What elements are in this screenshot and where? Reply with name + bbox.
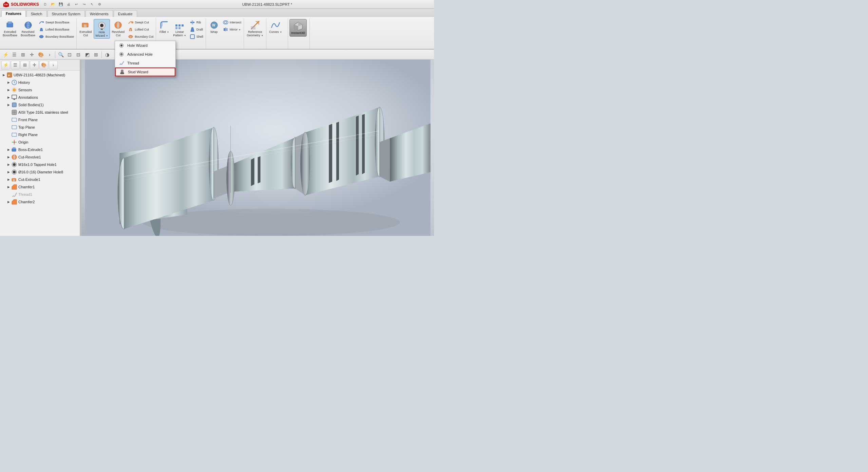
top-plane-icon — [11, 124, 18, 131]
tree-cut-revolve1[interactable]: ▶ Cut-Revolve1 — [0, 153, 81, 161]
section-view-icon[interactable]: ⊞ — [92, 51, 100, 59]
tree-front-plane[interactable]: ▶ Front Plane — [0, 116, 81, 124]
linear-pattern-button[interactable]: LinearPattern ▼ — [172, 19, 187, 38]
intersect-button[interactable]: Intersect — [222, 19, 243, 26]
tree-root-item[interactable]: ▶ P UBW-21161-48823 (Machined) — [0, 71, 81, 79]
boundary-boss-icon — [38, 34, 44, 40]
boundary-cut-button[interactable]: Boundary Cut — [127, 33, 154, 40]
cut-extrude1-expander[interactable]: ▶ — [6, 177, 11, 182]
instant3d-button[interactable]: Instant3D — [289, 19, 307, 37]
redo-icon[interactable]: ↪ — [81, 1, 88, 8]
extruded-cut-button[interactable]: ExtrudedCut — [78, 19, 93, 38]
panel-resize-handle[interactable] — [80, 60, 81, 236]
chamfer1-expander[interactable]: ▶ — [6, 185, 11, 189]
root-expander[interactable]: ▶ — [1, 73, 6, 77]
hole-wizard-button[interactable]: HoleWizard ▼ — [94, 19, 110, 39]
tab-structure-system[interactable]: Structure System — [48, 10, 85, 17]
list-view-icon[interactable]: ☰ — [10, 51, 18, 59]
tree-boss-extrude1[interactable]: ▶ Boss-Extrude1 — [0, 146, 81, 153]
options-icon[interactable]: ⚙ — [96, 1, 103, 8]
tree-annotations[interactable]: ▶ Annotations — [0, 94, 81, 101]
origin-icon — [11, 139, 18, 146]
annotations-expander[interactable]: ▶ — [6, 95, 11, 100]
extruded-boss-button[interactable]: ExtrudedBoss/Base — [1, 19, 19, 38]
tab-weldments[interactable]: Weldments — [86, 10, 113, 17]
fillet-button[interactable]: Fillet ▼ — [157, 19, 171, 35]
print-icon[interactable]: 🖨 — [65, 1, 72, 8]
boundary-boss-button[interactable]: Boundary Boss/Base — [37, 33, 75, 40]
solid-bodies-expander[interactable]: ▶ — [6, 102, 11, 107]
view-3d-icon[interactable]: ◩ — [83, 51, 91, 59]
svg-rect-21 — [130, 29, 131, 31]
svg-point-18 — [117, 22, 119, 29]
panel-expand-icon[interactable]: › — [49, 61, 58, 70]
tree-thread1[interactable]: ▶ Thread1 — [0, 191, 81, 198]
sensors-expander[interactable]: ▶ — [6, 88, 11, 92]
revolved-boss-button[interactable]: RevolvedBoss/Base — [19, 19, 37, 38]
view-fit-icon[interactable]: ⊡ — [65, 51, 74, 59]
swept-cut-button[interactable]: Swept Cut — [127, 19, 154, 26]
tab-evaluate[interactable]: Evaluate — [114, 10, 137, 17]
tree-top-plane[interactable]: ▶ Top Plane — [0, 124, 81, 131]
tree-right-plane[interactable]: ▶ Right Plane — [0, 131, 81, 138]
thumbnail-icon[interactable]: ⊞ — [19, 51, 27, 59]
select-icon[interactable]: ↖ — [89, 1, 95, 8]
viewport[interactable] — [81, 60, 434, 236]
advanced-hole-menu-item[interactable]: Advanced Hole — [115, 50, 175, 59]
lofted-boss-button[interactable]: Lofted Boss/Base — [37, 26, 75, 33]
display-mode-icon[interactable]: ◑ — [103, 51, 111, 59]
cut-revolve1-expander[interactable]: ▶ — [6, 155, 11, 159]
tree-cut-extrude1[interactable]: ▶ Cut-Extrude1 — [0, 176, 81, 183]
panel-thumbnail-icon[interactable]: ⊞ — [20, 61, 29, 70]
curves-content: Curves ▼ — [268, 18, 286, 49]
save-icon[interactable]: 💾 — [57, 1, 64, 8]
crosshair-icon[interactable]: ✛ — [28, 51, 36, 59]
tree-origin[interactable]: ▶ Origin — [0, 138, 81, 146]
mirror-button[interactable]: Mirror ▼ — [222, 26, 243, 33]
svg-rect-59 — [12, 118, 17, 121]
revolved-cut-button[interactable]: RevolvedCut — [111, 19, 126, 38]
panel-filter-icon[interactable]: ⚡ — [1, 61, 10, 70]
tree-chamfer2[interactable]: ▶ Chamfer2 — [0, 198, 81, 206]
view-search-icon[interactable]: 🔍 — [57, 51, 65, 59]
thread-menu-item[interactable]: Thread — [115, 59, 175, 68]
tab-sketch[interactable]: Sketch — [26, 10, 47, 17]
swept-boss-button[interactable]: Swept Boss/Base — [37, 19, 75, 26]
tab-features[interactable]: Features — [1, 10, 26, 17]
svg-rect-42 — [251, 26, 255, 29]
panel-list-icon[interactable]: ☰ — [11, 61, 20, 70]
tree-history[interactable]: ▶ History — [0, 79, 81, 86]
svg-rect-16 — [101, 29, 103, 30]
tree-solid-bodies[interactable]: ▶ Solid Bodies(1) — [0, 101, 81, 109]
new-icon[interactable]: 🗋 — [42, 1, 49, 8]
filter-icon[interactable]: ⚡ — [1, 51, 10, 59]
undo-icon[interactable]: ↩ — [73, 1, 80, 8]
tree-material[interactable]: ▶ AISI Type 316L stainless steel — [0, 109, 81, 116]
tapped-hole1-expander[interactable]: ▶ — [6, 162, 11, 167]
draft-button[interactable]: Draft — [188, 26, 204, 33]
history-expander[interactable]: ▶ — [6, 80, 11, 85]
chamfer2-expander[interactable]: ▶ — [6, 200, 11, 204]
rib-button[interactable]: Rib — [188, 19, 204, 26]
tree-chamfer1[interactable]: ▶ Chamfer1 — [0, 183, 81, 191]
tree-tapped-hole1[interactable]: ▶ M16x1.0 Tapped Hole1 — [0, 161, 81, 168]
diameter-hole8-expander[interactable]: ▶ — [6, 170, 11, 174]
tree-sensors[interactable]: ▶ Sensors — [0, 86, 81, 94]
boss-extrude1-expander[interactable]: ▶ — [6, 147, 11, 152]
shell-button[interactable]: Shell — [188, 33, 204, 40]
open-icon[interactable]: 📂 — [50, 1, 56, 8]
colorize-icon[interactable]: 🎨 — [37, 51, 45, 59]
lofted-cut-button[interactable]: Lofted Cut — [127, 26, 154, 33]
tree-diameter-hole8[interactable]: ▶ Ø16.0 (16) Diameter Hole8 — [0, 168, 81, 176]
wrap-button[interactable]: W Wrap — [207, 19, 221, 35]
rib-icon — [189, 19, 195, 25]
stud-wizard-menu-item[interactable]: Stud Wizard — [115, 68, 175, 76]
expand-icon[interactable]: › — [45, 51, 54, 59]
front-plane-label: Front Plane — [18, 118, 38, 122]
zoom-to-selection-icon[interactable]: ⊟ — [74, 51, 82, 59]
curves-button[interactable]: Curves ▼ — [268, 19, 283, 35]
hole-wizard-menu-item[interactable]: Hole Wizard — [115, 41, 175, 50]
reference-geometry-button[interactable]: ReferenceGeometry ▼ — [245, 19, 265, 38]
panel-color-icon[interactable]: 🎨 — [39, 61, 48, 70]
panel-crosshair-icon[interactable]: ✛ — [30, 61, 39, 70]
